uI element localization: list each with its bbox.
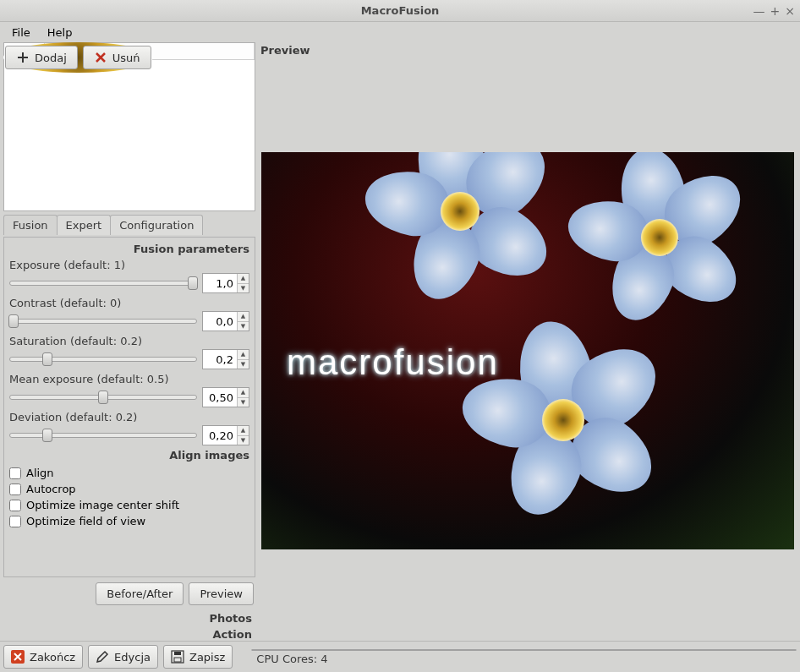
edit-button[interactable]: Edycja [88, 645, 158, 669]
param-deviation: Deviation (default: 0.2) ▲▼ [9, 411, 249, 445]
window-controls: — + × [753, 4, 795, 18]
spin-down-icon[interactable]: ▼ [238, 322, 249, 331]
contrast-input[interactable] [203, 312, 237, 331]
action-bar: Zakończ Edycja Zapisz CPU Cores: 4 [0, 641, 800, 672]
quit-label: Zakończ [30, 651, 75, 664]
spin-up-icon[interactable]: ▲ [238, 312, 249, 322]
tabs-bar: Fusion Expert Configuration [3, 215, 255, 235]
mean-exposure-input[interactable] [203, 388, 237, 407]
tab-configuration[interactable]: Configuration [110, 215, 203, 235]
spin-down-icon[interactable]: ▼ [238, 360, 249, 369]
menubar: File Help [0, 22, 800, 42]
deviation-input[interactable] [203, 426, 237, 445]
preview-buttons: Before/After Preview [3, 579, 255, 609]
right-panel: Preview [259, 42, 797, 641]
param-saturation: Saturation (default: 0.2) ▲▼ [9, 335, 249, 369]
check-opt-center[interactable]: Optimize image center shift [9, 497, 249, 513]
cpu-cores: CPU Cores: 4 [251, 653, 797, 665]
preview-label: Preview [259, 42, 797, 60]
check-opt-fov[interactable]: Optimize field of view [9, 513, 249, 529]
mean-exposure-label: Mean exposure (default: 0.5) [9, 373, 249, 385]
before-after-button[interactable]: Before/After [96, 582, 184, 605]
saturation-label: Saturation (default: 0.2) [9, 335, 249, 347]
window-title: MacroFusion [361, 4, 440, 17]
x-icon [94, 51, 107, 64]
align-checkbox[interactable] [9, 467, 21, 479]
preview-image: macrofusion [261, 152, 794, 549]
check-align[interactable]: Align [9, 465, 249, 481]
deviation-slider[interactable] [9, 433, 197, 438]
exposure-slider[interactable] [9, 281, 197, 286]
add-button[interactable]: Dodaj [5, 46, 78, 69]
param-mean-exposure: Mean exposure (default: 0.5) ▲▼ [9, 373, 249, 407]
spin-up-icon[interactable]: ▲ [238, 426, 249, 436]
preview-button[interactable]: Preview [189, 582, 254, 605]
photos-buttons: Dodaj Usuń [3, 42, 153, 73]
remove-button[interactable]: Usuń [83, 46, 151, 69]
contrast-spin[interactable]: ▲▼ [202, 311, 249, 331]
spin-down-icon[interactable]: ▼ [238, 398, 249, 407]
svg-rect-3 [174, 652, 181, 655]
opt-fov-checkbox[interactable] [9, 516, 21, 527]
check-autocrop[interactable]: Autocrop [9, 481, 249, 497]
add-label: Dodaj [35, 52, 67, 64]
menu-help[interactable]: Help [41, 24, 79, 41]
logo-text: macrofusion [287, 342, 499, 383]
saturation-input[interactable] [203, 350, 237, 369]
exposure-spin[interactable]: ▲▼ [202, 273, 249, 293]
edit-label: Edycja [114, 651, 151, 664]
deviation-label: Deviation (default: 0.2) [9, 411, 249, 423]
main-area: Image Thumbnail Fusion Expert Configurat… [0, 42, 800, 641]
fusion-panel: Fusion parameters Exposure (default: 1) … [3, 237, 255, 577]
saturation-spin[interactable]: ▲▼ [202, 349, 249, 369]
maximize-icon[interactable]: + [770, 4, 781, 18]
minimize-icon[interactable]: — [753, 4, 765, 18]
contrast-slider[interactable] [9, 319, 197, 324]
quit-button[interactable]: Zakończ [3, 645, 83, 669]
svg-rect-2 [174, 658, 181, 662]
tab-expert[interactable]: Expert [57, 215, 112, 235]
plus-icon [16, 51, 30, 64]
fusion-params-title: Fusion parameters [9, 243, 249, 255]
close-icon[interactable]: × [785, 4, 795, 18]
close-red-icon [11, 650, 25, 664]
titlebar: MacroFusion — + × [0, 0, 800, 22]
photos-title: Photos [3, 612, 255, 625]
align-title: Align images [9, 449, 249, 462]
spin-up-icon[interactable]: ▲ [238, 274, 249, 284]
remove-label: Usuń [112, 52, 140, 64]
param-exposure: Exposure (default: 1) ▲▼ [9, 259, 249, 293]
save-icon [171, 650, 184, 664]
left-panel: Image Thumbnail Fusion Expert Configurat… [3, 42, 255, 641]
pencil-icon [96, 650, 109, 664]
spin-up-icon[interactable]: ▲ [238, 350, 249, 360]
save-label: Zapisz [189, 651, 225, 664]
autocrop-label: Autocrop [26, 483, 76, 495]
spin-down-icon[interactable]: ▼ [238, 436, 249, 445]
menu-file[interactable]: File [5, 24, 37, 41]
opt-center-label: Optimize image center shift [26, 499, 179, 511]
exposure-label: Exposure (default: 1) [9, 259, 249, 271]
mean-exposure-slider[interactable] [9, 395, 197, 400]
exposure-input[interactable] [203, 274, 237, 292]
saturation-slider[interactable] [9, 357, 197, 362]
preview-area: macrofusion [259, 60, 797, 641]
param-contrast: Contrast (default: 0) ▲▼ [9, 297, 249, 331]
mean-exposure-spin[interactable]: ▲▼ [202, 387, 249, 407]
opt-center-checkbox[interactable] [9, 500, 21, 511]
contrast-label: Contrast (default: 0) [9, 297, 249, 309]
spin-up-icon[interactable]: ▲ [238, 388, 249, 398]
action-title: Action [3, 628, 255, 641]
align-label: Align [26, 467, 54, 479]
save-button[interactable]: Zapisz [163, 645, 233, 669]
autocrop-checkbox[interactable] [9, 484, 21, 495]
spin-down-icon[interactable]: ▼ [238, 284, 249, 293]
tab-fusion[interactable]: Fusion [3, 215, 58, 235]
deviation-spin[interactable]: ▲▼ [202, 425, 249, 445]
progress-bar [251, 649, 797, 651]
opt-fov-label: Optimize field of view [26, 515, 145, 527]
